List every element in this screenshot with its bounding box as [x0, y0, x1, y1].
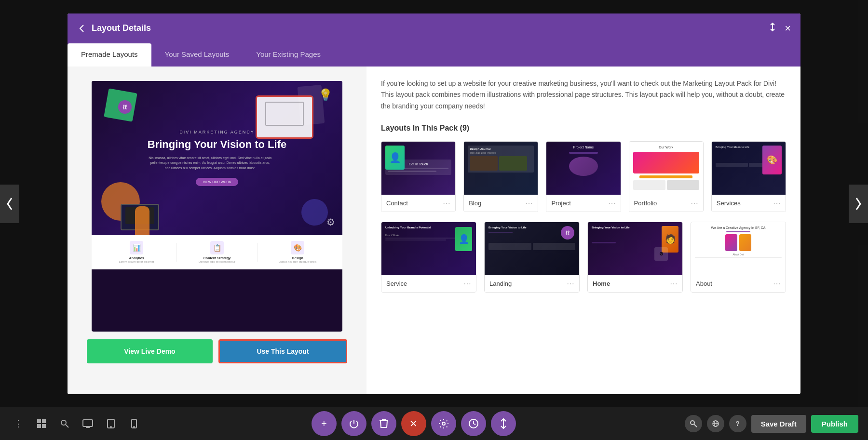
- svg-line-17: [694, 424, 697, 427]
- trash-button[interactable]: [371, 411, 396, 436]
- layout-name-home: Home: [593, 280, 610, 287]
- layout-thumb-landing: Bringing Your Vision to Life ℓℓ: [485, 222, 579, 275]
- preview-panel: 💡 ⚙ ℓℓ DIVI MARKETING AGENCY Bringing Yo…: [68, 67, 366, 394]
- layout-footer-home: Home ⋯: [588, 275, 682, 292]
- layout-name-landing: Landing: [489, 280, 512, 287]
- svg-point-16: [691, 421, 694, 425]
- svg-rect-1: [42, 419, 46, 423]
- back-arrow-icon: [77, 24, 87, 33]
- toolbar-right-section: ? Save Draft Publish: [685, 415, 858, 433]
- svg-rect-2: [37, 424, 41, 428]
- preview-hero: 💡 ⚙ ℓℓ DIVI MARKETING AGENCY Bringing Yo…: [92, 81, 342, 235]
- layout-card-portfolio[interactable]: Our Work Portfolio ⋯: [629, 141, 704, 212]
- publish-button[interactable]: Publish: [811, 415, 858, 433]
- toolbar-center-section: + ✕: [312, 411, 516, 436]
- layouts-pack-header: Layouts In This Pack (9): [381, 124, 786, 133]
- layout-footer-landing: Landing ⋯: [485, 275, 579, 292]
- save-draft-button[interactable]: Save Draft: [751, 415, 806, 433]
- feature-content-desc: Donque adip elit consectetur: [177, 260, 257, 264]
- layout-menu-contact[interactable]: ⋯: [443, 199, 450, 208]
- layout-name-services: Services: [717, 200, 741, 207]
- close-center-button[interactable]: ✕: [401, 411, 426, 436]
- feature-analytics-desc: Lorem ipsum dolor sit amet: [96, 260, 176, 264]
- use-this-layout-button[interactable]: Use This Layout: [218, 339, 347, 363]
- power-button[interactable]: [341, 411, 366, 436]
- layout-footer-portfolio: Portfolio ⋯: [629, 195, 703, 212]
- search-right-icon[interactable]: [685, 415, 702, 432]
- preview-features: 📊 Analytics Lorem ipsum dolor sit amet 📋…: [92, 235, 342, 269]
- layout-thumb-blog: Design Journal The Road Less Traveled: [464, 142, 538, 195]
- svg-point-12: [134, 427, 135, 427]
- layout-card-project[interactable]: Project Name Project ⋯: [546, 141, 621, 212]
- settings-button[interactable]: [431, 411, 456, 436]
- svg-point-10: [110, 427, 111, 427]
- layout-card-landing[interactable]: Bringing Your Vision to Life ℓℓ Landing: [484, 222, 580, 293]
- preview-action-buttons: View Live Demo Use This Layout: [87, 339, 347, 363]
- tablet-button[interactable]: [102, 415, 120, 432]
- layout-thumb-project: Project Name: [546, 142, 620, 195]
- layout-menu-project[interactable]: ⋯: [608, 199, 616, 208]
- content-icon: 📋: [210, 241, 224, 254]
- feature-design-name: Design: [258, 256, 338, 260]
- toolbar-left-section: ⋮: [10, 415, 143, 432]
- layout-card-about[interactable]: We Are a Creative Agency In SF, CA About…: [691, 222, 786, 293]
- layout-menu-blog[interactable]: ⋯: [525, 199, 533, 208]
- view-live-demo-button[interactable]: View Live Demo: [87, 339, 213, 363]
- monitor-button[interactable]: [79, 415, 96, 432]
- layout-card-services[interactable]: Bringing Your Ideas to Life 🎨 Services ⋯: [711, 141, 786, 212]
- hero-subtitle: DIVI MARKETING AGENCY: [148, 130, 286, 134]
- analytics-icon: 📊: [130, 241, 143, 254]
- layout-name-about: About: [696, 280, 712, 287]
- svg-rect-6: [83, 420, 93, 427]
- modal-title: Layout Details: [92, 23, 151, 33]
- layout-menu-services[interactable]: ⋯: [773, 199, 781, 208]
- layout-menu-service[interactable]: ⋯: [463, 279, 471, 288]
- modal-overlay: Layout Details × Premade Layouts Your Sa…: [0, 0, 868, 407]
- svg-point-13: [442, 422, 445, 425]
- layout-thumb-services: Bringing Your Ideas to Life 🎨: [712, 142, 786, 195]
- menu-dots-button[interactable]: ⋮: [10, 415, 27, 432]
- modal-tabs: Premade Layouts Your Saved Layouts Your …: [68, 43, 800, 67]
- layout-footer-service: Service ⋯: [381, 275, 476, 292]
- feature-content-name: Content Strategy: [177, 256, 257, 260]
- layout-name-contact: Contact: [386, 200, 408, 207]
- history-button[interactable]: [461, 411, 486, 436]
- layout-footer-about: About ⋯: [691, 275, 786, 292]
- layout-menu-landing[interactable]: ⋯: [567, 279, 574, 288]
- search-toolbar-button[interactable]: [56, 415, 73, 432]
- phone-button[interactable]: [125, 415, 143, 432]
- close-modal-icon[interactable]: ×: [785, 22, 791, 35]
- arrow-left-button[interactable]: [0, 185, 19, 223]
- feature-analytics-name: Analytics: [96, 256, 176, 260]
- arrows-button[interactable]: [491, 411, 516, 436]
- layout-menu-about[interactable]: ⋯: [773, 279, 781, 288]
- globe-icon[interactable]: [707, 415, 724, 432]
- layout-card-home[interactable]: Bringing Your Vision to Life 🧑 ⚙ Home ⋯: [587, 222, 683, 293]
- layout-thumb-service: Unlocking Your Brand's Potential 👤 How i…: [381, 222, 476, 275]
- tab-existing-pages[interactable]: Your Existing Pages: [243, 43, 334, 67]
- layout-menu-home[interactable]: ⋯: [670, 279, 678, 288]
- layout-footer-blog: Blog ⋯: [464, 195, 538, 212]
- svg-rect-0: [37, 419, 41, 423]
- layout-card-service[interactable]: Unlocking Your Brand's Potential 👤 How i…: [381, 222, 476, 293]
- bottom-toolbar: ⋮ +: [0, 407, 868, 440]
- tab-premade-layouts[interactable]: Premade Layouts: [68, 43, 151, 67]
- layout-name-service: Service: [386, 280, 407, 287]
- add-button[interactable]: +: [312, 411, 337, 436]
- layout-menu-portfolio[interactable]: ⋯: [691, 199, 698, 208]
- arrow-right-button[interactable]: [849, 185, 868, 223]
- help-icon[interactable]: ?: [729, 415, 746, 432]
- layout-card-blog[interactable]: Design Journal The Road Less Traveled: [463, 141, 538, 212]
- modal-header: Layout Details ×: [68, 13, 800, 43]
- layout-footer-contact: Contact ⋯: [381, 195, 455, 212]
- layout-card-contact[interactable]: Get In Touch 👤 Contact ⋯: [381, 141, 456, 212]
- hero-desc: Nisl massa, ultrices vitae ornare sit am…: [148, 156, 273, 171]
- grid-button[interactable]: [33, 415, 50, 432]
- tab-saved-layouts[interactable]: Your Saved Layouts: [151, 43, 243, 67]
- hero-cta: VIEW OUR WORK: [196, 178, 238, 186]
- feature-design-desc: Luctus nisi non quisque torpa: [258, 260, 338, 264]
- design-icon: 🎨: [291, 241, 304, 254]
- resize-icon[interactable]: [768, 23, 777, 34]
- layout-footer-project: Project ⋯: [546, 195, 620, 212]
- layout-preview-image: 💡 ⚙ ℓℓ DIVI MARKETING AGENCY Bringing Yo…: [92, 81, 342, 332]
